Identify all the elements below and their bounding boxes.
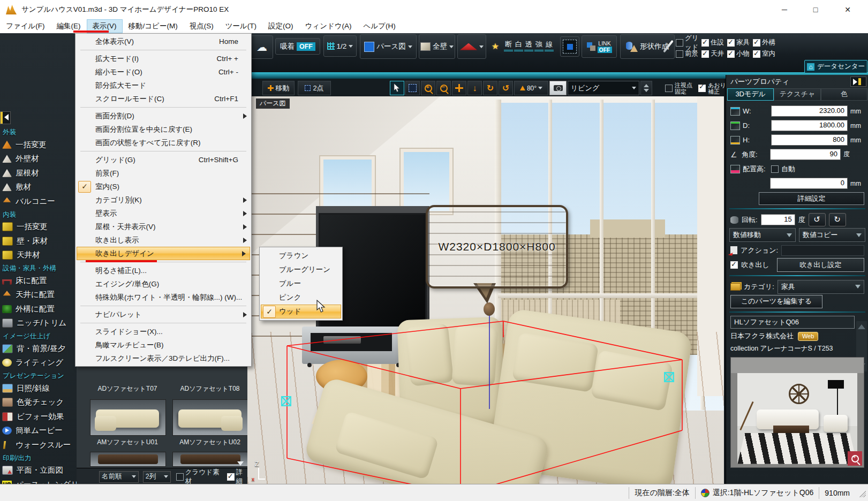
palette-thumbnail[interactable] (172, 399, 248, 436)
submenu-item-blue-green[interactable]: ブルーグリーン (260, 263, 342, 277)
sidebar-item-bulk-interior[interactable]: 一括変更 (2, 220, 76, 234)
roof-display-dropdown[interactable] (457, 34, 486, 59)
section-render-button[interactable]: 断 (504, 40, 513, 51)
auto-checkbox[interactable] (771, 165, 779, 173)
sidebar-item-place-ceiling[interactable]: 天井に配置 (2, 288, 76, 302)
checkbox-zenkei[interactable]: 前景 (676, 48, 701, 59)
cloud-material-checkbox[interactable]: クラウド素材 (176, 468, 222, 486)
menu-item-aging[interactable]: エイジング/単色(G) (76, 277, 251, 291)
numeric-move-dropdown[interactable]: 数値移動 (729, 228, 796, 242)
menu-move-copy[interactable]: 移動/コピー(M) (123, 19, 184, 33)
cloud-upload-button[interactable]: ☁ (251, 35, 273, 59)
maximize-button[interactable]: □ (806, 4, 825, 16)
menu-item-foreground[interactable]: 前景(F) (76, 166, 251, 180)
resize-grip[interactable] (857, 489, 866, 497)
pan-button[interactable] (452, 81, 466, 95)
sidebar-item-ceiling[interactable]: 天井材 (2, 248, 76, 263)
menu-tools[interactable]: ツール(T) (220, 19, 262, 33)
depth-input[interactable]: 1800.00 (771, 120, 848, 131)
emphasis-render-button[interactable]: 強 (534, 40, 544, 51)
menu-item-slideshow[interactable]: スライドショー(X)... (76, 325, 251, 338)
width-input[interactable]: 2320.00 (771, 105, 848, 117)
link-toggle-button[interactable]: LINKOFF (582, 35, 617, 58)
tilt-button[interactable]: ↺ (499, 81, 513, 95)
submenu-item-pink[interactable]: ピンク (260, 291, 342, 305)
cyan-handle-marker[interactable] (664, 372, 674, 382)
view-spinner[interactable] (640, 81, 652, 95)
sidebar-item-wall-material[interactable]: 外壁材 (2, 152, 76, 166)
action-input[interactable] (781, 245, 864, 256)
tab-3d-model[interactable]: 3Dモデル (727, 88, 774, 101)
columns-dropdown[interactable]: 2列 (143, 471, 171, 483)
menu-item-balloon-display[interactable]: 吹き出し表示 (76, 233, 251, 247)
tab-texture[interactable]: テクスチャ (774, 88, 820, 101)
menu-item-fullscreen[interactable]: フルスクリーン表示／3Dテレビ出力(F)... (76, 352, 251, 365)
sidebar-item-niche-trim[interactable]: ニッチ/トリム (2, 316, 76, 331)
checkbox-grid[interactable]: グリッド (676, 37, 701, 48)
sidebar-item-easy-movie[interactable]: 簡単ムービー (2, 424, 76, 438)
data-center-button[interactable]: ⌂データセンター (804, 60, 867, 73)
checkbox-shitsunai[interactable]: 室内 (753, 48, 779, 59)
elevation-button[interactable]: ↓ (467, 81, 482, 95)
menu-item-navi-palette[interactable]: ナビ/パレット (76, 308, 251, 321)
zoom-out-button[interactable] (436, 81, 451, 95)
wall-display-dropdown[interactable]: 全壁 (419, 34, 455, 59)
menu-file[interactable]: ファイル(F) (0, 19, 51, 33)
category-dropdown[interactable]: 家具 (778, 280, 864, 294)
palette-scroll-down-icon[interactable] (237, 461, 244, 466)
detail-checkbox[interactable]: 詳細 (227, 468, 247, 486)
sidebar-item-plan-elevation[interactable]: 平面・立面図 (2, 464, 76, 478)
menu-item-special-effects[interactable]: 特殊効果(ホワイト・半透明・輪郭線...) (W)... (76, 291, 251, 304)
zoom-region-button[interactable] (405, 81, 420, 95)
fix-gaze-checkbox[interactable]: 注視点固定 (665, 82, 697, 95)
height-input[interactable]: 800 (771, 134, 848, 146)
menu-item-wall-display[interactable]: 壁表示 (76, 207, 251, 220)
menu-item-bird-multiview[interactable]: 鳥瞰マルチビュー(B) (76, 338, 251, 352)
menu-item-fit-view[interactable]: 全体表示(V)Home (76, 35, 251, 48)
menu-item-center-split[interactable]: 画面分割位置を中央に戻す(E) (76, 123, 251, 136)
palette-thumbnail[interactable] (90, 452, 166, 467)
submenu-item-blue[interactable]: ブルー (260, 277, 342, 291)
sidebar-item-walkthrough[interactable]: ウォークスルー (2, 438, 76, 452)
sidebar-item-before-effect[interactable]: ビフォー効果 (2, 409, 76, 424)
select-tool-button[interactable] (390, 81, 404, 95)
palette-thumbnail[interactable] (90, 399, 166, 436)
sidebar-item-place-exterior[interactable]: 外構に配置 (2, 302, 76, 316)
sidebar-item-roof-material[interactable]: 屋根材 (2, 166, 76, 180)
white-model-button[interactable]: 白 (514, 40, 523, 51)
menu-item-grid[interactable]: グリッド(G)Ctrl+Shift+G (76, 153, 251, 166)
close-button[interactable]: ✕ (839, 4, 857, 16)
offset-input[interactable]: 0 (770, 178, 848, 189)
checkbox-komono[interactable]: 小物 (727, 48, 753, 59)
sidebar-item-lighting[interactable]: ライティング (2, 356, 76, 370)
line-render-button[interactable]: 線 (545, 40, 554, 51)
fov-dropdown[interactable]: 80° (514, 81, 548, 95)
sidebar-item-sunlight[interactable]: 日照/斜線 (2, 381, 76, 396)
magic-wand-button[interactable]: ★ (488, 34, 502, 58)
dimension-balloon[interactable]: W2320×D1800×H800 (426, 205, 568, 289)
sidebar-item-wall-floor[interactable]: 壁・床材 (2, 234, 76, 248)
sidebar-item-background[interactable]: 背・前景/昼夕 (2, 341, 76, 356)
sidebar-item-bulk-exterior[interactable]: 一括変更 (2, 138, 76, 152)
menu-viewpoint[interactable]: 視点(S) (184, 19, 220, 33)
preview-zoom-button[interactable] (848, 451, 862, 466)
menu-item-partial-zoom[interactable]: 部分拡大モード (76, 79, 251, 92)
menu-window[interactable]: ウィンドウ(A) (299, 19, 358, 33)
sidebar-item-color-check[interactable]: 色覚チェック (2, 396, 76, 410)
rotate-ccw-button[interactable]: ↺ (809, 213, 826, 226)
menu-help[interactable]: ヘルプ(H) (358, 19, 402, 33)
checkbox-jusetsu[interactable]: 住設 (701, 37, 727, 48)
focus-selection-button[interactable] (560, 36, 579, 57)
part-name-field[interactable]: HLソファセットQ06 (730, 316, 855, 329)
menu-item-zoom-in-mode[interactable]: 拡大モード(I)Ctrl+ + (76, 52, 251, 65)
tab-color[interactable]: 色 (821, 88, 867, 101)
sidebar-item-place-floor[interactable]: 床に配置 (2, 274, 76, 288)
sort-order-dropdown[interactable]: 名前順 (99, 471, 139, 483)
grid-scale-dropdown[interactable]: 1/2 (323, 35, 357, 57)
checkbox-tenjou[interactable]: 天井 (701, 48, 727, 59)
zoom-in-button[interactable] (421, 81, 435, 95)
detail-settings-button[interactable]: 詳細設定 (759, 192, 864, 205)
camera-view-dropdown[interactable]: リビング (568, 81, 639, 95)
rotate-input[interactable]: 15 (761, 214, 795, 225)
menu-item-balloon-design[interactable]: 吹き出しデザイン (77, 247, 250, 260)
